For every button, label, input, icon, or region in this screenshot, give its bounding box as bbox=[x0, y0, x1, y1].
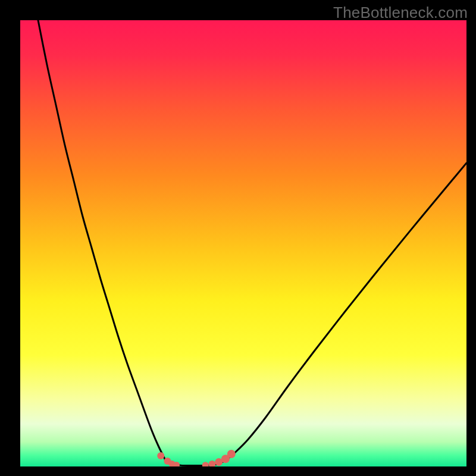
chart-svg bbox=[20, 20, 466, 466]
valley-marker bbox=[157, 452, 164, 459]
plot-area bbox=[20, 20, 466, 466]
watermark-text: TheBottleneck.com bbox=[333, 4, 468, 22]
outer-frame: TheBottleneck.com bbox=[0, 0, 476, 476]
valley-marker bbox=[227, 450, 236, 458]
